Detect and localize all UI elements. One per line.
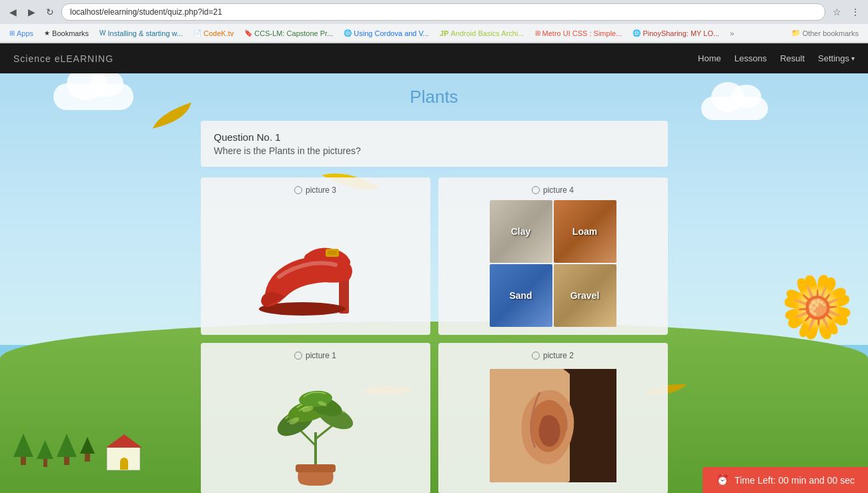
option-3-text: picture 3: [306, 185, 336, 195]
bookmarks-bar: ⊞ Apps ★ Bookmarks W Installing & starti…: [0, 24, 868, 43]
pinoy-label: PinoySharing: MY LO...: [642, 29, 719, 37]
codek-label: CodeK.tv: [203, 29, 234, 37]
navbar-brand: Science eLEARNING: [13, 53, 113, 64]
svg-line-7: [316, 426, 332, 439]
main-content: Plants Question No. 1 Where is the Plant…: [0, 73, 868, 493]
option-2-text: picture 2: [543, 351, 574, 360]
navbar-nav: Home Lessons Result Settings ▾: [698, 53, 855, 63]
bookmark-apps[interactable]: ⊞ Apps: [5, 28, 37, 39]
codek-icon: 📄: [193, 29, 201, 37]
timer-label: Time Left: 00 min and 00 sec: [735, 475, 855, 486]
question-text: Where is the Plants in the pictures?: [214, 145, 655, 156]
settings-label: Settings: [818, 53, 849, 63]
option-1-label: picture 1: [294, 351, 336, 360]
cordova-icon: 🌐: [344, 29, 352, 37]
option-3-image: [209, 200, 422, 327]
options-grid: picture 3: [201, 177, 668, 493]
back-button[interactable]: ◀: [5, 5, 20, 19]
svg-line-6: [299, 429, 316, 446]
radio-4[interactable]: [532, 186, 540, 194]
quiz-container: Question No. 1 Where is the Plants in th…: [187, 121, 681, 493]
other-bookmarks[interactable]: 📁 Other bookmarks: [787, 27, 863, 39]
option-4-image: Clay Loam Sand Gravel: [446, 200, 660, 327]
apps-icon: ⊞: [9, 29, 15, 37]
app-wrapper: 🌼 Science eLEARNING Home Lessons Result …: [0, 43, 868, 493]
more-icon: »: [730, 29, 734, 37]
folder-icon: 📁: [791, 29, 801, 37]
radio-1[interactable]: [294, 352, 302, 360]
loam-label: Loam: [572, 226, 597, 237]
gravel-label: Gravel: [570, 290, 600, 301]
ear-svg: [490, 369, 616, 482]
question-box: Question No. 1 Where is the Plants in th…: [201, 121, 668, 167]
pinoy-icon: 🌐: [632, 29, 640, 37]
reload-button[interactable]: ↻: [43, 5, 57, 19]
nav-lessons[interactable]: Lessons: [735, 53, 767, 63]
page-title: Plants: [0, 87, 868, 107]
browser-toolbar: ◀ ▶ ↻ localhost/elearning/student/quiz.p…: [0, 0, 868, 24]
bookmark-bookmarks[interactable]: ★ Bookmarks: [40, 28, 93, 39]
option-2-label: picture 2: [532, 351, 574, 360]
svg-rect-3: [328, 251, 337, 255]
option-picture-1[interactable]: picture 1: [201, 343, 430, 493]
bookmarks-label: Bookmarks: [52, 29, 89, 37]
nav-home[interactable]: Home: [698, 53, 721, 63]
question-number: Question No. 1: [214, 131, 655, 143]
ccs-icon: 🔖: [244, 29, 252, 37]
option-picture-3[interactable]: picture 3: [201, 177, 430, 335]
metro-label: Metro UI CSS : Simple...: [542, 29, 622, 37]
bookmark-android[interactable]: JP Android Basics Archi...: [436, 28, 528, 39]
radio-3[interactable]: [294, 186, 302, 194]
option-1-text: picture 1: [306, 351, 336, 360]
bookmark-ccs[interactable]: 🔖 CCS-LM: Capstone Pr...: [240, 28, 337, 39]
soil-loam: Loam: [554, 200, 616, 263]
bookmark-wordpress[interactable]: W Installing & starting w...: [95, 28, 187, 39]
nav-result[interactable]: Result: [780, 53, 805, 63]
wp-icon: W: [99, 29, 105, 37]
metro-icon: ⊞: [535, 29, 540, 37]
soil-clay: Clay: [490, 200, 552, 263]
option-picture-2[interactable]: picture 2: [438, 343, 668, 493]
timer-bar: ⏰ Time Left: 00 min and 00 sec: [703, 467, 868, 493]
bookmark-star[interactable]: ☆: [829, 5, 844, 19]
bookmark-more[interactable]: »: [726, 28, 738, 39]
ccs-label: CCS-LM: Capstone Pr...: [254, 29, 333, 37]
bookmark-pinoy[interactable]: 🌐 PinoySharing: MY LO...: [628, 28, 723, 39]
browser-chrome: ◀ ▶ ↻ localhost/elearning/student/quiz.p…: [0, 0, 868, 43]
bookmark-codektv[interactable]: 📄 CodeK.tv: [189, 28, 238, 39]
navbar: Science eLEARNING Home Lessons Result Se…: [0, 43, 868, 73]
wp-label: Installing & starting w...: [108, 29, 183, 37]
star-icon: ★: [44, 29, 50, 37]
bookmark-cordova[interactable]: 🌐 Using Cordova and V...: [340, 28, 433, 39]
option-1-image: [209, 366, 422, 486]
clay-label: Clay: [511, 226, 531, 237]
address-bar[interactable]: localhost/elearning/student/quiz.php?id=…: [61, 3, 825, 21]
sand-label: Sand: [509, 290, 532, 301]
radio-2[interactable]: [532, 352, 540, 360]
svg-rect-4: [296, 464, 336, 472]
option-3-label: picture 3: [294, 185, 336, 195]
other-bookmarks-label: Other bookmarks: [803, 29, 859, 37]
url-text: localhost/elearning/student/quiz.php?id=…: [70, 7, 222, 17]
android-icon: JP: [440, 29, 448, 37]
apps-label: Apps: [17, 29, 33, 37]
chevron-down-icon: ▾: [851, 55, 855, 62]
soil-sand: Sand: [490, 264, 552, 327]
soil-gravel: Gravel: [554, 264, 616, 327]
android-label: Android Basics Archi...: [451, 29, 524, 37]
option-2-image: [446, 366, 660, 486]
shoe-svg: [252, 210, 379, 317]
option-4-label: picture 4: [532, 185, 574, 195]
bookmark-metro[interactable]: ⊞ Metro UI CSS : Simple...: [531, 28, 626, 39]
forward-button[interactable]: ▶: [24, 5, 39, 19]
option-4-text: picture 4: [543, 185, 574, 195]
option-picture-4[interactable]: picture 4 Clay Loam Sand: [438, 177, 668, 335]
cordova-label: Using Cordova and V...: [354, 29, 429, 37]
plant-svg: [262, 366, 369, 486]
nav-settings[interactable]: Settings ▾: [818, 53, 855, 63]
soil-grid: Clay Loam Sand Gravel: [490, 200, 616, 327]
menu-button[interactable]: ⋮: [848, 5, 863, 19]
timer-icon: ⏰: [716, 474, 729, 486]
